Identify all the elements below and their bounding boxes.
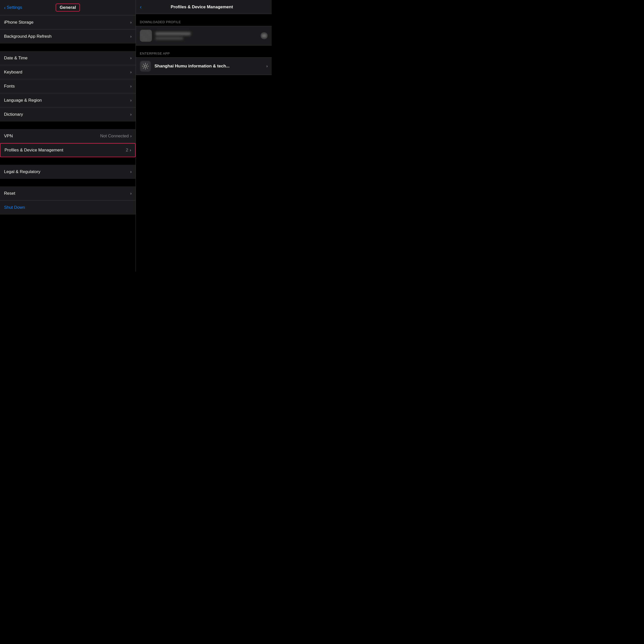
enterprise-app-label: Shanghai Humu information & tech...: [154, 64, 263, 69]
iphone-storage-label: iPhone Storage: [4, 20, 130, 25]
separator-4: [0, 179, 136, 186]
downloaded-profile-section: DOWNLOADED PROFILE: [136, 20, 272, 46]
right-panel: ‹ Profiles & Device Management DOWNLOADE…: [136, 0, 272, 272]
chevron-icon: ›: [130, 84, 132, 89]
section-group-1: iPhone Storage › Background App Refresh …: [0, 15, 136, 44]
left-nav-header: ‹ Settings General: [0, 0, 136, 15]
enterprise-app-row[interactable]: Shanghai Humu information & tech... ›: [136, 57, 272, 75]
setting-row-profiles-device-management[interactable]: Profiles & Device Management 2 ›: [0, 143, 136, 157]
chevron-icon: ›: [130, 148, 131, 152]
chevron-icon: ›: [130, 56, 132, 60]
profile-name-blur: [155, 32, 191, 35]
setting-row-legal-regulatory[interactable]: Legal & Regulatory ›: [0, 165, 136, 179]
settings-back-button[interactable]: ‹ Settings: [4, 5, 22, 10]
avatar-blur: [140, 30, 152, 42]
language-region-label: Language & Region: [4, 98, 130, 103]
separator-1: [0, 44, 136, 51]
setting-row-fonts[interactable]: Fonts ›: [0, 79, 136, 93]
vpn-label: VPN: [4, 134, 100, 139]
profiles-value: 2: [126, 148, 128, 153]
enterprise-app-header: ENTERPRISE APP: [136, 52, 272, 57]
right-back-chevron-icon: ‹: [140, 4, 142, 9]
fonts-label: Fonts: [4, 84, 130, 89]
reset-label: Reset: [4, 191, 130, 196]
settings-list: iPhone Storage › Background App Refresh …: [0, 15, 136, 272]
setting-row-keyboard[interactable]: Keyboard ›: [0, 65, 136, 79]
svg-point-0: [144, 65, 147, 67]
date-time-label: Date & Time: [4, 56, 130, 61]
profile-sub-blur: [155, 37, 183, 40]
dictionary-label: Dictionary: [4, 112, 130, 117]
chevron-icon: ›: [130, 20, 132, 25]
setting-row-shut-down[interactable]: Shut Down: [0, 200, 136, 215]
shut-down-label: Shut Down: [4, 205, 132, 210]
profile-avatar: [140, 30, 152, 42]
profile-info: [155, 32, 257, 40]
enterprise-icon-inner: [141, 61, 150, 71]
enterprise-chevron-icon: ›: [266, 64, 268, 68]
setting-row-language-region[interactable]: Language & Region ›: [0, 93, 136, 107]
right-back-button[interactable]: ‹: [140, 5, 142, 9]
back-label: Settings: [7, 5, 22, 10]
right-nav-title: Profiles & Device Management: [144, 5, 260, 10]
chevron-icon: ›: [130, 70, 132, 74]
setting-row-dictionary[interactable]: Dictionary ›: [0, 107, 136, 122]
left-panel: ‹ Settings General iPhone Storage › Back…: [0, 0, 136, 272]
setting-row-background-app-refresh[interactable]: Background App Refresh ›: [0, 29, 136, 44]
setting-row-vpn[interactable]: VPN Not Connected ›: [0, 129, 136, 143]
nav-title-box: General: [56, 4, 80, 12]
setting-row-date-time[interactable]: Date & Time ›: [0, 51, 136, 65]
setting-row-reset[interactable]: Reset ›: [0, 186, 136, 200]
nav-title: General: [60, 5, 76, 10]
chevron-icon: ›: [130, 34, 132, 39]
right-nav-header: ‹ Profiles & Device Management: [136, 0, 272, 14]
right-content: DOWNLOADED PROFILE ENTERPRISE APP: [136, 14, 272, 272]
chevron-icon: ›: [130, 112, 132, 117]
legal-regulatory-label: Legal & Regulatory: [4, 169, 130, 174]
downloaded-profile-header: DOWNLOADED PROFILE: [136, 20, 272, 26]
gear-icon: [142, 63, 149, 70]
chevron-icon: ›: [130, 170, 132, 174]
chevron-icon: ›: [130, 98, 132, 103]
profile-badge: [261, 32, 268, 39]
profile-card[interactable]: [136, 26, 272, 46]
setting-row-iphone-storage[interactable]: iPhone Storage ›: [0, 15, 136, 29]
profile-badge-blur: [262, 34, 266, 37]
enterprise-app-section: ENTERPRISE APP Shanghai Humu information…: [136, 52, 272, 75]
background-app-refresh-label: Background App Refresh: [4, 34, 130, 39]
separator-5: [0, 215, 136, 222]
section-group-5: Reset › Shut Down: [0, 186, 136, 215]
section-group-2: Date & Time › Keyboard › Fonts › Languag…: [0, 51, 136, 122]
enterprise-app-icon: [140, 61, 151, 72]
chevron-icon: ›: [130, 191, 132, 196]
vpn-value: Not Connected: [100, 134, 129, 139]
keyboard-label: Keyboard: [4, 70, 130, 75]
section-group-3: VPN Not Connected › Profiles & Device Ma…: [0, 129, 136, 157]
separator-3: [0, 158, 136, 165]
chevron-icon: ›: [130, 134, 132, 138]
profiles-device-management-label: Profiles & Device Management: [5, 148, 126, 153]
separator-2: [0, 122, 136, 129]
back-chevron-icon: ‹: [4, 5, 6, 10]
section-group-4: Legal & Regulatory ›: [0, 165, 136, 179]
